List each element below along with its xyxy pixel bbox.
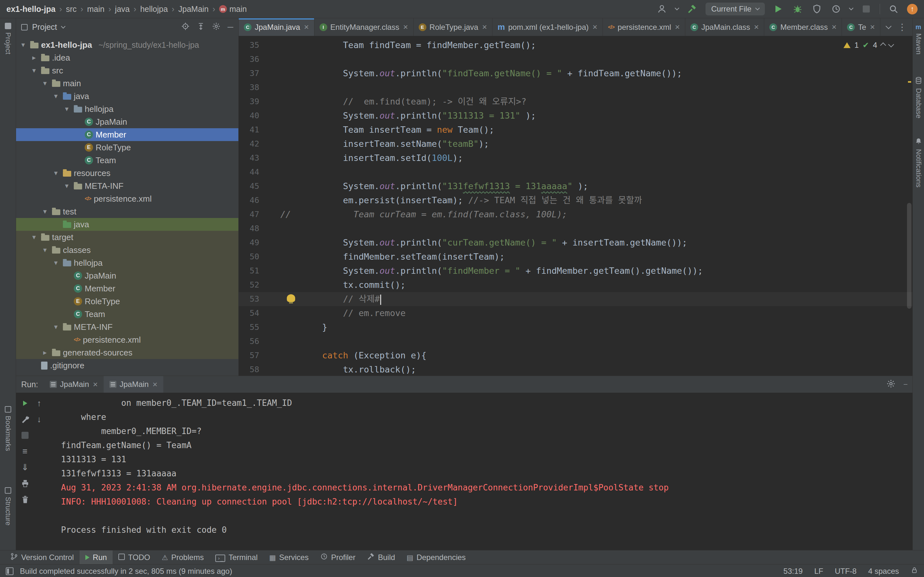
close-tab-icon[interactable]: × [593,22,598,32]
line-number[interactable]: 38 [239,81,262,95]
code-line-49[interactable]: 49 System.out.println("curTeam.getName()… [239,235,913,250]
breadcrumb-item-jpamain[interactable]: JpaMain [178,5,209,14]
chevron-down-icon[interactable] [61,24,65,29]
tree-closed-arrow[interactable]: ▸ [29,53,39,62]
tree-item-roletype[interactable]: ERoleType [16,295,238,308]
editor-tab-member-class[interactable]: CMember.class× [764,18,842,36]
toolwindow-button-bookmarks[interactable]: Bookmarks [0,406,16,451]
navigate-down-icon[interactable]: ↓ [34,414,45,425]
tree-open-arrow[interactable]: ▾ [51,323,60,331]
indent-style[interactable]: 4 spaces [868,567,899,576]
tree-item-persistence-xml[interactable]: </>persistence.xml [16,192,238,205]
tree-closed-arrow[interactable]: ▸ [40,348,49,357]
line-number[interactable]: 56 [239,334,262,348]
tree-item-member[interactable]: CMember [16,128,238,141]
project-options-gear-icon[interactable] [212,22,220,32]
rerun-icon[interactable] [19,398,31,409]
toolwindow-button-problems[interactable]: ⚠Problems [156,550,210,564]
toolwindow-button-todo[interactable]: TODO [113,550,156,564]
line-number[interactable]: 50 [239,250,262,264]
more-options-icon[interactable]: ⋮ [898,22,907,32]
intention-bulb-icon[interactable] [287,294,295,302]
previous-problem-icon[interactable] [880,42,886,48]
editor-tab-pom-xml-ex1-hello-jpa-[interactable]: mpom.xml (ex1-hello-jpa)× [493,18,603,36]
line-number[interactable]: 48 [239,221,262,235]
line-number[interactable]: 53 [239,292,262,306]
tree-item-meta-inf[interactable]: ▾META-INF [16,179,238,192]
line-number[interactable]: 35 [239,38,262,52]
breadcrumb-item-hellojpa[interactable]: hellojpa [140,5,168,14]
run-tab-jpamain-0[interactable]: JpaMain× [44,376,103,393]
editor-tab-te[interactable]: CTe× [842,18,880,36]
line-number[interactable]: 40 [239,109,262,123]
toolwindow-button-project[interactable]: Project [0,23,16,54]
tree-item-jpamain[interactable]: CJpaMain [16,269,238,282]
code-line-52[interactable]: 52 tx.commit(); [239,278,913,292]
code-line-47[interactable]: 47// Team curTeam = em.find(Team.class, … [239,207,913,221]
soft-wrap-icon[interactable]: ≡ [19,446,31,457]
close-tab-icon[interactable]: × [482,22,487,32]
code-line-43[interactable]: 43 insertTeam.setId(100L); [239,151,913,165]
toolwindow-button-services[interactable]: ▦Services [263,550,314,564]
line-number[interactable]: 37 [239,66,262,81]
tree-open-arrow[interactable]: ▾ [40,79,49,87]
code-line-51[interactable]: 51 System.out.println("findMember = " + … [239,264,913,278]
run-icon[interactable] [772,3,784,15]
code-line-38[interactable]: 38 [239,81,913,95]
toolwindow-button-dependencies[interactable]: ▤Dependencies [401,550,471,564]
code-line-36[interactable]: 36 [239,52,913,66]
update-notification-icon[interactable]: ↑ [907,4,918,15]
editor-tab-roletype-java[interactable]: ERoleType.java× [414,18,493,36]
hide-panel-icon[interactable]: ─ [228,23,233,32]
run-configuration-selector[interactable]: Current File [706,3,765,15]
tree-item-classes[interactable]: ▾classes [16,243,238,256]
close-tab-icon[interactable]: × [304,22,309,32]
tree-item-meta-inf[interactable]: ▾META-INF [16,321,238,334]
readonly-lock-icon[interactable] [911,566,918,576]
toolwindow-button-version-control[interactable]: Version Control [5,550,79,564]
line-number[interactable]: 52 [239,278,262,292]
tree-item-team[interactable]: CTeam [16,308,238,321]
line-number[interactable]: 46 [239,193,262,207]
tree-item-src[interactable]: ▾src [16,64,238,77]
code-line-37[interactable]: 37 System.out.println("findTeam.getName(… [239,66,913,81]
file-encoding[interactable]: UTF-8 [835,567,857,576]
code-line-53[interactable]: 53 // 삭제# [239,292,913,306]
hidden-tabs-icon[interactable] [885,23,891,29]
line-number[interactable]: 36 [239,52,262,66]
tree-item-team[interactable]: CTeam [16,154,238,167]
tree-open-arrow[interactable]: ▾ [51,169,60,177]
code-line-54[interactable]: 54 // em.remove [239,306,913,320]
breadcrumb-item-java[interactable]: java [115,5,129,14]
run-tab-jpamain-1[interactable]: JpaMain× [103,376,163,393]
line-number[interactable]: 55 [239,320,262,334]
project-panel-title[interactable]: Project [32,23,57,32]
code-line-46[interactable]: 46 em.persist(insertTeam); //-> TEAM 직접 … [239,193,913,207]
build-icon[interactable] [19,414,31,425]
code-line-44[interactable]: 44 [239,165,913,179]
tree-item-member[interactable]: CMember [16,282,238,295]
toolwindow-button-database[interactable]: Database [913,77,924,118]
profiler-icon[interactable] [830,3,842,15]
line-number[interactable]: 58 [239,363,262,376]
scrollbar-thumb[interactable] [907,203,911,309]
coverage-icon[interactable] [811,3,822,15]
line-number[interactable]: 44 [239,165,262,179]
toolwindow-button-terminal[interactable]: ›_Terminal [210,550,263,564]
tree-item-main[interactable]: ▾main [16,77,238,90]
breadcrumb-item-main[interactable]: main [87,5,105,14]
close-tab-icon[interactable]: × [832,22,837,32]
toolwindow-button-notifications[interactable]: Notifications [913,137,924,187]
tree-item-roletype[interactable]: ERoleType [16,141,238,154]
close-tab-icon[interactable]: × [152,380,157,390]
editor-scrollbar[interactable] [906,36,913,376]
code-line-48[interactable]: 48 [239,221,913,235]
tree-item-test[interactable]: ▾test [16,205,238,218]
line-number[interactable]: 54 [239,306,262,320]
editor-tab-entitymanager-class[interactable]: IEntityManager.class× [314,18,414,36]
tree-item-java[interactable]: ▾java [16,90,238,103]
inspections-widget[interactable]: 1 ✔ 4 [843,41,893,50]
close-tab-icon[interactable]: × [93,380,98,390]
line-number[interactable]: 39 [239,95,262,109]
close-tab-icon[interactable]: × [675,22,680,32]
